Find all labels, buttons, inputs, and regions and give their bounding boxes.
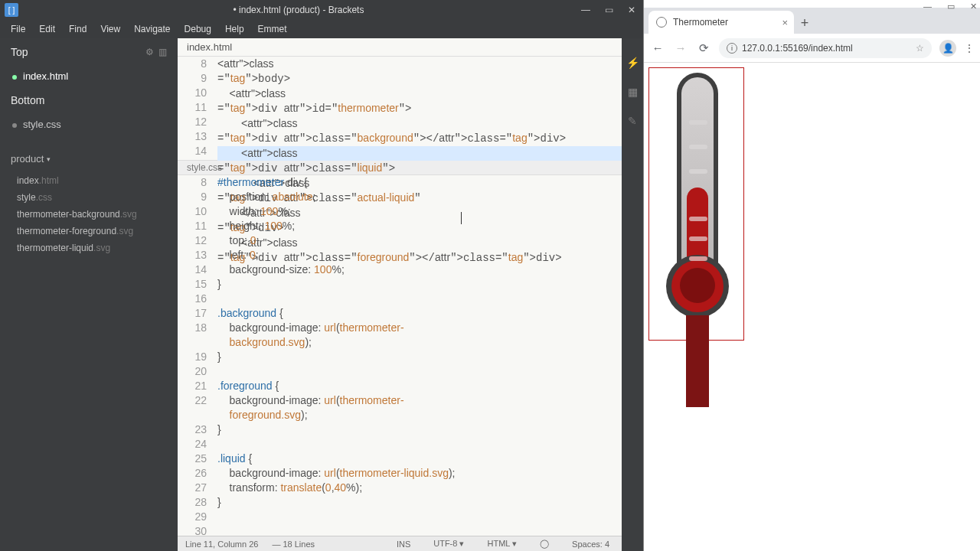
right-toolbar: ⚡ ▦ ✎ — [622, 38, 643, 551]
extensions-icon[interactable]: ▦ — [628, 86, 638, 98]
brackets-app-icon: [ ] — [5, 3, 18, 17]
address-bar[interactable]: i 127.0.0.1:55169/index.html ☆ — [719, 38, 932, 58]
brackets-titlebar[interactable]: [ ] • index.html (product) - Brackets — … — [0, 0, 643, 20]
sidebar-top-header[interactable]: Top ⚙▥ — [0, 38, 178, 66]
maximize-button[interactable]: ▭ — [597, 0, 620, 20]
split-icon[interactable]: ▥ — [158, 47, 167, 57]
forward-button[interactable]: → — [673, 41, 688, 54]
profile-avatar[interactable]: 👤 — [939, 40, 956, 57]
browser-titlebar[interactable]: — ▭ ✕ — [644, 0, 980, 8]
working-file-style[interactable]: style.css — [0, 114, 178, 135]
sidebar: Top ⚙▥ index.html Bottom style.css produ… — [0, 38, 178, 551]
window-title: • index.html (product) - Brackets — [23, 5, 574, 15]
browser-tab[interactable]: Thermometer × — [648, 11, 794, 34]
live-preview-icon[interactable]: ⚡ — [626, 57, 639, 69]
status-sel: — 18 Lines — [272, 540, 315, 549]
browser-tab-title: Thermometer — [673, 17, 728, 28]
browser-close-button[interactable]: ✕ — [970, 2, 977, 11]
status-spaces[interactable]: Spaces: 4 — [567, 540, 614, 549]
browser-viewport — [644, 63, 980, 551]
menu-emmet[interactable]: Emmet — [252, 21, 293, 37]
browser-maximize-button[interactable]: ▭ — [947, 2, 955, 11]
thermometer-liquid-overflow — [686, 315, 709, 407]
editor-tab-index[interactable]: index.html — [178, 38, 622, 57]
project-file[interactable]: style.css — [0, 189, 178, 206]
bookmark-star-icon[interactable]: ☆ — [916, 43, 924, 54]
thermometer-widget — [648, 67, 744, 341]
menu-navigate[interactable]: Navigate — [128, 21, 176, 37]
menu-help[interactable]: Help — [219, 21, 250, 37]
browser-menu-button[interactable]: ⋮ — [964, 42, 974, 54]
editor-area: index.html 891011121314 <attr">class="ta… — [178, 38, 622, 551]
menubar: File Edit Find View Navigate Debug Help … — [0, 20, 643, 38]
status-ins[interactable]: INS — [392, 540, 415, 549]
gear-icon[interactable]: ⚙ — [145, 47, 154, 57]
status-lang[interactable]: HTML ▾ — [482, 539, 521, 549]
site-info-icon[interactable]: i — [727, 43, 737, 54]
project-file[interactable]: thermometer-background.svg — [0, 206, 178, 223]
menu-debug[interactable]: Debug — [178, 21, 217, 37]
project-header[interactable]: product▾ — [0, 145, 178, 172]
sidebar-bottom-header[interactable]: Bottom — [0, 86, 178, 114]
back-button[interactable]: ← — [650, 41, 665, 54]
globe-icon — [656, 17, 667, 28]
minimize-button[interactable]: — — [574, 0, 597, 20]
new-tab-button[interactable]: + — [794, 12, 815, 34]
browser-minimize-button[interactable]: — — [923, 2, 932, 11]
menu-file[interactable]: File — [5, 21, 31, 37]
code-pane-html[interactable]: 891011121314 <attr">class="tag">body> <a… — [178, 57, 622, 536]
status-enc[interactable]: UTF-8 ▾ — [429, 539, 469, 549]
status-lint-icon[interactable]: ◯ — [535, 539, 554, 549]
reload-button[interactable]: ⟳ — [696, 41, 711, 55]
status-bar: Line 11, Column 26 — 18 Lines INS UTF-8 … — [178, 536, 622, 551]
browser-window: — ▭ ✕ Thermometer × + ← → ⟳ i 127.0.0.1:… — [643, 0, 980, 551]
menu-edit[interactable]: Edit — [33, 21, 61, 37]
status-pos[interactable]: Line 11, Column 26 — [185, 540, 258, 549]
project-file[interactable]: index.html — [0, 172, 178, 189]
working-file-index[interactable]: index.html — [0, 66, 178, 86]
project-file[interactable]: thermometer-foreground.svg — [0, 223, 178, 240]
settings-icon[interactable]: ✎ — [628, 115, 637, 127]
browser-toolbar: ← → ⟳ i 127.0.0.1:55169/index.html ☆ 👤 ⋮ — [644, 34, 980, 63]
tab-close-icon[interactable]: × — [782, 17, 788, 28]
brackets-window: [ ] • index.html (product) - Brackets — … — [0, 0, 643, 551]
project-file[interactable]: thermometer-liquid.svg — [0, 240, 178, 256]
url-text: 127.0.0.1:55169/index.html — [742, 43, 853, 54]
browser-tabstrip: Thermometer × + — [644, 8, 980, 34]
menu-view[interactable]: View — [94, 21, 126, 37]
close-button[interactable]: ✕ — [620, 0, 643, 20]
text-cursor — [461, 212, 462, 224]
menu-find[interactable]: Find — [63, 21, 93, 37]
